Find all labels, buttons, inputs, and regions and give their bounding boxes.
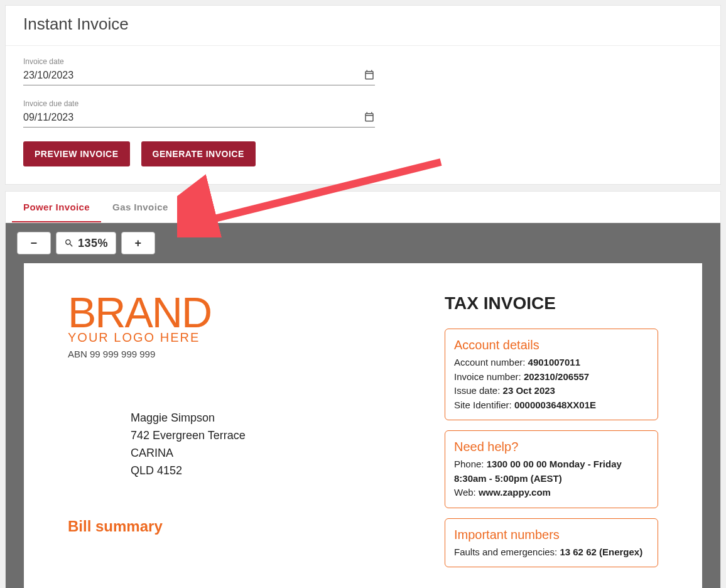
preview-invoice-button[interactable]: PREVIEW INVOICE (23, 141, 130, 166)
calendar-icon[interactable] (364, 111, 375, 123)
account-details-title: Account details (454, 335, 649, 354)
help-web-label: Web: (454, 487, 479, 498)
invoice-due-date-label: Invoice due date (23, 99, 375, 108)
site-id-value: 0000003648XX01E (514, 400, 596, 410)
bill-summary-heading: Bill summary (68, 518, 420, 535)
account-number-label: Account number: (454, 357, 528, 368)
recipient-address: Maggie Simpson 742 Evergreen Terrace CAR… (131, 410, 420, 480)
zoom-level-value: 135% (78, 237, 108, 250)
account-number-value: 4901007011 (528, 357, 580, 368)
calendar-icon[interactable] (364, 68, 375, 81)
abn-line: ABN 99 999 999 999 (68, 349, 420, 359)
issue-date-label: Issue date: (454, 385, 503, 396)
important-numbers-title: Important numbers (454, 525, 649, 544)
tab-power-invoice[interactable]: Power Invoice (12, 192, 101, 222)
invoice-due-date-field: Invoice due date (23, 99, 375, 128)
zoom-out-button[interactable]: − (17, 232, 51, 254)
recipient-name: Maggie Simpson (131, 410, 420, 427)
invoice-date-field: Invoice date (23, 57, 375, 85)
pdf-viewer-toolbar: − 135% + (6, 223, 720, 263)
important-numbers-box: Important numbers Faults and emergencies… (445, 518, 658, 568)
help-phone-label: Phone: (454, 459, 487, 469)
zoom-level-button[interactable]: 135% (56, 232, 116, 254)
account-details-box: Account details Account number: 49010070… (445, 329, 658, 420)
help-web-value: www.zappy.com (479, 487, 551, 498)
recipient-street: 742 Evergreen Terrace (131, 427, 420, 445)
need-help-title: Need help? (454, 437, 649, 456)
invoice-date-input[interactable] (23, 67, 364, 85)
site-id-label: Site Identifier: (454, 400, 514, 410)
tab-gas-invoice[interactable]: Gas Invoice (101, 192, 180, 222)
need-help-box: Need help? Phone: 1300 00 00 00 Monday -… (445, 430, 658, 508)
search-icon (64, 238, 74, 248)
invoice-number-label: Invoice number: (454, 371, 524, 382)
invoice-number-value: 202310/206557 (524, 371, 589, 382)
invoice-date-label: Invoice date (23, 57, 375, 66)
faults-label: Faults and emergencies: (454, 547, 560, 557)
faults-value: 13 62 62 (Energex) (560, 547, 642, 557)
panel-title: Instant Invoice (6, 6, 720, 46)
invoice-page: BRAND YOUR LOGO HERE ABN 99 999 999 999 … (24, 263, 702, 588)
tax-invoice-title: TAX INVOICE (445, 293, 658, 313)
invoice-tabs: Power Invoice Gas Invoice (6, 192, 720, 223)
invoice-due-date-input[interactable] (23, 109, 364, 127)
issue-date-value: 23 Oct 2023 (503, 385, 555, 396)
zoom-in-button[interactable]: + (121, 232, 155, 254)
brand-logo: BRAND (68, 293, 420, 332)
pdf-viewer-stage[interactable]: BRAND YOUR LOGO HERE ABN 99 999 999 999 … (6, 263, 720, 588)
brand-subline: YOUR LOGO HERE (68, 330, 420, 345)
recipient-suburb: CARINA (131, 445, 420, 462)
generate-invoice-button[interactable]: GENERATE INVOICE (141, 141, 256, 166)
recipient-state-postcode: QLD 4152 (131, 462, 420, 480)
